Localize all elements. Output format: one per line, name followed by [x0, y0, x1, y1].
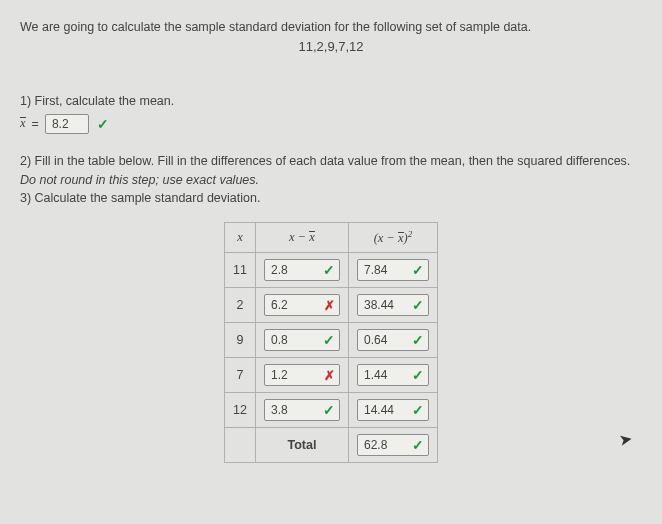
check-icon: ✓ [412, 437, 424, 453]
diff-cell: 2.8✓ [255, 253, 348, 288]
sq-cell: 1.44✓ [348, 358, 437, 393]
mean-row: x = 8.2 ✓ [20, 114, 642, 134]
total-input[interactable]: 62.8 ✓ [357, 434, 429, 456]
x-cell: 9 [225, 323, 256, 358]
check-icon: ✓ [412, 367, 424, 383]
sq-cell: 0.64✓ [348, 323, 437, 358]
diff-cell: 1.2✗ [255, 358, 348, 393]
diff-input[interactable]: 2.8✓ [264, 259, 340, 281]
cross-icon: ✗ [324, 368, 335, 383]
check-icon: ✓ [412, 262, 424, 278]
step2-text-em: Do not round in this step; use exact val… [20, 173, 259, 187]
x-cell: 12 [225, 393, 256, 428]
diff-input[interactable]: 0.8✓ [264, 329, 340, 351]
step1-label: 1) First, calculate the mean. [20, 94, 642, 108]
table-row: 71.2✗1.44✓ [225, 358, 438, 393]
total-label: Total [255, 428, 348, 463]
check-icon: ✓ [323, 262, 335, 278]
sq-input[interactable]: 7.84✓ [357, 259, 429, 281]
table-row: 90.8✓0.64✓ [225, 323, 438, 358]
cross-icon: ✗ [324, 298, 335, 313]
table-row: 123.8✓14.44✓ [225, 393, 438, 428]
diff-input[interactable]: 1.2✗ [264, 364, 340, 386]
step2-text-a: 2) Fill in the table below. Fill in the … [20, 154, 630, 168]
sq-input[interactable]: 38.44✓ [357, 294, 429, 316]
x-cell: 2 [225, 288, 256, 323]
check-icon: ✓ [412, 297, 424, 313]
x-cell: 11 [225, 253, 256, 288]
equals-sign: = [32, 117, 39, 131]
sq-cell: 7.84✓ [348, 253, 437, 288]
check-icon: ✓ [412, 402, 424, 418]
dataset-text: 11,2,9,7,12 [20, 39, 642, 54]
sq-cell: 14.44✓ [348, 393, 437, 428]
intro-text: We are going to calculate the sample sta… [20, 18, 642, 37]
header-x: x [225, 223, 256, 253]
sq-input[interactable]: 1.44✓ [357, 364, 429, 386]
sq-input[interactable]: 14.44✓ [357, 399, 429, 421]
table-row: 112.8✓7.84✓ [225, 253, 438, 288]
diff-input[interactable]: 6.2✗ [264, 294, 340, 316]
diff-input[interactable]: 3.8✓ [264, 399, 340, 421]
check-icon: ✓ [323, 402, 335, 418]
sq-input[interactable]: 0.64✓ [357, 329, 429, 351]
header-sq: (x − x)2 [348, 223, 437, 253]
total-cell: 62.8 ✓ [348, 428, 437, 463]
check-icon: ✓ [97, 116, 109, 132]
data-table: x x − x (x − x)2 112.8✓7.84✓26.2✗38.44✓9… [224, 222, 438, 463]
header-diff: x − x [255, 223, 348, 253]
step3-text: 3) Calculate the sample standard deviati… [20, 191, 260, 205]
table-row: 26.2✗38.44✓ [225, 288, 438, 323]
xbar-symbol: x [20, 116, 26, 131]
diff-cell: 6.2✗ [255, 288, 348, 323]
check-icon: ✓ [323, 332, 335, 348]
step2-block: 2) Fill in the table below. Fill in the … [20, 152, 642, 208]
diff-cell: 0.8✓ [255, 323, 348, 358]
sq-cell: 38.44✓ [348, 288, 437, 323]
diff-cell: 3.8✓ [255, 393, 348, 428]
total-empty [225, 428, 256, 463]
check-icon: ✓ [412, 332, 424, 348]
mean-input[interactable]: 8.2 [45, 114, 89, 134]
x-cell: 7 [225, 358, 256, 393]
